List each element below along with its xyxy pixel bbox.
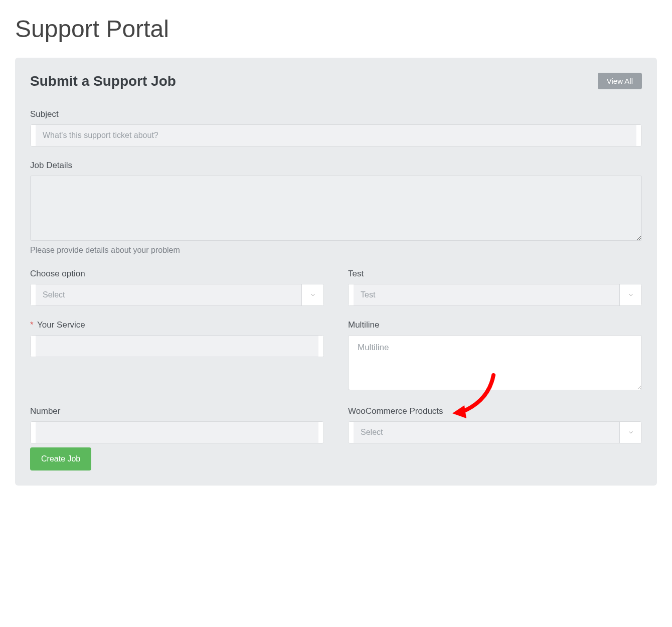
your-service-input-wrapper xyxy=(30,335,324,357)
woocommerce-products-select[interactable]: Select xyxy=(348,421,642,443)
woocommerce-products-group: WooCommerce Products Select xyxy=(348,406,642,443)
form-row: Choose option Select Test Test xyxy=(30,269,642,306)
number-input-wrapper xyxy=(30,421,324,443)
chevron-down-icon xyxy=(301,284,323,305)
number-input[interactable] xyxy=(36,422,318,443)
job-details-textarea[interactable] xyxy=(30,176,642,241)
view-all-button[interactable]: View All xyxy=(598,73,642,89)
create-job-button[interactable]: Create Job xyxy=(30,447,91,471)
select-pad xyxy=(349,422,354,443)
choose-option-value: Select xyxy=(36,284,301,305)
test-group: Test Test xyxy=(348,269,642,306)
choose-option-select[interactable]: Select xyxy=(30,284,324,306)
test-select[interactable]: Test xyxy=(348,284,642,306)
panel-header: Submit a Support Job View All xyxy=(30,73,642,89)
woocommerce-products-value: Select xyxy=(354,422,619,443)
job-details-helper: Please provide details about your proble… xyxy=(30,246,642,255)
number-group: Number xyxy=(30,406,324,443)
subject-label: Subject xyxy=(30,109,642,119)
required-asterisk: * xyxy=(30,320,34,330)
number-label: Number xyxy=(30,406,324,416)
choose-option-label: Choose option xyxy=(30,269,324,279)
multiline-label: Multiline xyxy=(348,320,642,330)
form-row: * Your Service Multiline xyxy=(30,320,642,392)
subject-input-wrapper xyxy=(30,124,642,146)
chevron-down-icon xyxy=(619,284,641,305)
multiline-group: Multiline xyxy=(348,320,642,392)
select-pad xyxy=(349,284,354,305)
your-service-label: * Your Service xyxy=(30,320,324,330)
input-pad xyxy=(318,422,323,443)
test-label: Test xyxy=(348,269,642,279)
your-service-label-text: Your Service xyxy=(37,320,85,330)
input-pad xyxy=(31,336,36,357)
test-value: Test xyxy=(354,284,619,305)
form-row: Number WooCommerce Products Select xyxy=(30,406,642,443)
job-details-group: Job Details Please provide details about… xyxy=(30,161,642,255)
panel-title: Submit a Support Job xyxy=(30,73,176,89)
your-service-input[interactable] xyxy=(36,336,318,357)
your-service-group: * Your Service xyxy=(30,320,324,392)
multiline-textarea[interactable] xyxy=(348,335,642,390)
chevron-down-icon xyxy=(619,422,641,443)
page-title: Support Portal xyxy=(15,15,657,43)
input-pad xyxy=(318,336,323,357)
support-form-panel: Submit a Support Job View All Subject Jo… xyxy=(15,58,657,486)
subject-input[interactable] xyxy=(36,125,636,146)
input-pad xyxy=(31,125,36,146)
choose-option-group: Choose option Select xyxy=(30,269,324,306)
select-pad xyxy=(31,284,36,305)
input-pad xyxy=(31,422,36,443)
job-details-label: Job Details xyxy=(30,161,642,171)
woocommerce-products-label: WooCommerce Products xyxy=(348,406,642,416)
input-pad xyxy=(636,125,641,146)
subject-group: Subject xyxy=(30,109,642,146)
